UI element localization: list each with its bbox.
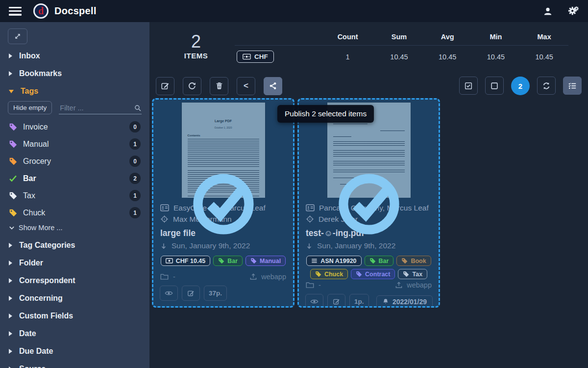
sidebar-item-custom-fields[interactable]: Custom Fields	[0, 307, 149, 325]
crosshair-icon	[306, 215, 314, 223]
tag-count-badge: 0	[129, 156, 141, 167]
sidebar-item-tag-categories[interactable]: Tag Categories	[0, 237, 149, 254]
sidebar-item-folder[interactable]: Folder	[0, 254, 149, 272]
tag-badge: Contract	[351, 269, 395, 279]
selected-count-badge[interactable]: 2	[511, 77, 530, 95]
view-item-button[interactable]	[160, 286, 178, 301]
merge-selected-button[interactable]: <	[237, 77, 255, 95]
item-badges: CHF 10.45 Bar Manual	[160, 256, 286, 266]
tag-badge: Tax	[398, 269, 427, 279]
tag-filter	[59, 102, 142, 114]
tasks-icon	[568, 81, 577, 90]
tag-count-badge: 0	[129, 121, 141, 132]
main-content: 2 ITEMS Count Sum Avg Min Max	[149, 22, 588, 368]
tag-icon	[9, 191, 17, 200]
due-date-badge: 2022/01/29	[376, 295, 433, 308]
refresh-button[interactable]	[537, 77, 556, 95]
currency-code: CHF	[254, 53, 268, 60]
tag-row-invoice[interactable]: Invoice 0	[0, 118, 149, 135]
sidebar-item-label: Tags	[21, 87, 38, 96]
arrow-down-icon	[160, 242, 167, 250]
edit-selected-button[interactable]	[156, 77, 174, 95]
select-all-button[interactable]	[459, 77, 478, 95]
sidebar-item-due-date[interactable]: Due Date	[0, 342, 149, 360]
less-than-icon: <	[244, 81, 248, 91]
sidebar-item-tags[interactable]: Tags	[0, 82, 149, 100]
stat-min: 10.45	[472, 46, 520, 68]
docspell-logo[interactable]: d	[33, 3, 49, 19]
sidebar-item-label: Tag Categories	[19, 241, 75, 250]
tag-icon	[218, 258, 224, 264]
money-bill-icon	[243, 53, 251, 60]
tag-controls: Hide empty	[8, 101, 142, 114]
tag-icon	[9, 209, 17, 217]
reprocess-selected-button[interactable]	[183, 77, 201, 95]
tag-row-chuck[interactable]: Chuck 1	[0, 204, 149, 221]
sidebar-item-source[interactable]: Source	[0, 360, 149, 368]
stats-row-chf: CHF 1 10.45 10.45 10.45 10.45	[235, 46, 568, 68]
item-count-block: 2 ITEMS	[175, 32, 217, 60]
item-title[interactable]: large file	[160, 228, 286, 238]
sidebar-item-inbox[interactable]: Inbox	[0, 47, 149, 65]
summary-section: 2 ITEMS Count Sum Avg Min Max	[149, 22, 588, 70]
user-icon[interactable]	[543, 6, 553, 16]
publish-selected-button[interactable]	[264, 77, 282, 95]
correspondent-line: EasyCare AG, Marcus Leaf	[160, 202, 286, 213]
sidebar-item-bookmarks[interactable]: Bookmarks	[0, 65, 149, 82]
view-item-button[interactable]	[305, 294, 323, 308]
source-value: webapp	[261, 273, 286, 281]
deselect-all-button[interactable]	[485, 77, 504, 95]
empty-deck-cell	[443, 98, 586, 308]
caret-right-icon	[9, 296, 12, 301]
tag-badge: Chuck	[310, 269, 348, 279]
stats-header-max: Max	[520, 30, 568, 46]
item-count: 2	[175, 32, 217, 52]
preview-heading: Large PDF	[188, 119, 259, 123]
tag-count-badge: 2	[129, 173, 141, 184]
tag-row-tax[interactable]: Tax 1	[0, 187, 149, 204]
currency-badge: CHF	[237, 51, 274, 63]
tag-row-grocery[interactable]: Grocery 0	[0, 153, 149, 170]
asn-badge: ASN A19920	[306, 256, 361, 266]
tag-filter-input[interactable]	[59, 102, 142, 114]
item-title[interactable]: test-☺-ing.pdf	[306, 228, 432, 238]
stat-avg: 10.45	[423, 46, 472, 68]
item-card-test-ing-pdf[interactable]: Pancake Company, Marcus Leaf Derek Jeter…	[297, 98, 440, 308]
sidebar-item-date[interactable]: Date	[0, 325, 149, 342]
folder-value: -	[173, 273, 175, 281]
sidebar-item-correspondent[interactable]: Correspondent	[0, 272, 149, 289]
caret-right-icon	[9, 71, 12, 76]
edit-icon	[187, 289, 195, 297]
delete-selected-button[interactable]	[210, 77, 228, 95]
tag-icon	[356, 271, 362, 277]
item-card-large-file[interactable]: Large PDF October 1, 2020 Contents EasyC…	[152, 98, 294, 308]
check-square-icon	[464, 81, 473, 90]
show-more-tags[interactable]: Show More ...	[0, 221, 149, 237]
sidebar-item-concerning[interactable]: Concerning	[0, 289, 149, 307]
stats-header-avg: Avg	[423, 30, 472, 46]
edit-item-button[interactable]	[327, 294, 345, 308]
tag-row-manual[interactable]: Manual 1	[0, 135, 149, 153]
gears-icon[interactable]	[567, 6, 579, 17]
folder-source-line: - webapp	[306, 279, 432, 291]
sidebar-item-label: Concerning	[19, 294, 63, 303]
edit-item-button[interactable]	[182, 286, 200, 301]
collapse-sidebar-button[interactable]	[8, 28, 27, 44]
square-icon	[490, 81, 499, 90]
caret-right-icon	[9, 53, 12, 58]
stat-sum: 10.45	[375, 46, 423, 68]
sidebar-item-label: Due Date	[19, 347, 53, 356]
hide-empty-button[interactable]: Hide empty	[8, 101, 52, 114]
chevron-down-icon	[9, 225, 15, 231]
tag-badge: Bar	[365, 256, 394, 266]
money-bill-icon	[166, 258, 173, 263]
sidebar-item-label: Custom Fields	[19, 312, 73, 320]
tag-name: Bar	[23, 174, 123, 183]
select-mode-toggle-button[interactable]	[563, 77, 582, 95]
sync-icon	[542, 81, 551, 90]
sidebar-item-label: Bookmarks	[19, 69, 62, 78]
card-info: EasyCare AG, Marcus Leaf Max Mustermann …	[153, 198, 293, 283]
item-card-deck: Large PDF October 1, 2020 Contents EasyC…	[149, 98, 588, 308]
tag-row-bar[interactable]: Bar 2	[0, 170, 149, 187]
menu-icon[interactable]	[9, 6, 22, 17]
